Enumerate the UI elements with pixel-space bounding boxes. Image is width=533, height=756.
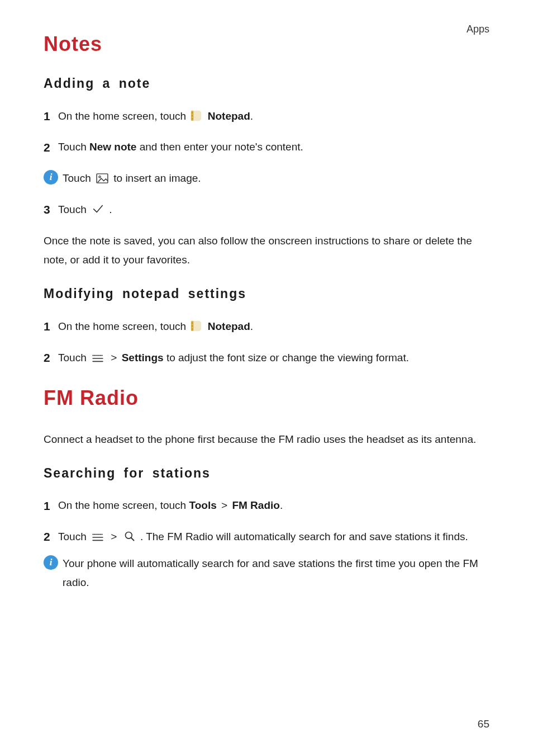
step-number: 1 <box>44 497 58 516</box>
search-icon <box>124 531 135 542</box>
step-body: Touch . <box>58 201 489 218</box>
step-body: Touch New note and then enter your note'… <box>58 139 489 155</box>
text: and then enter your note's content. <box>136 141 303 153</box>
breadcrumb-separator: > <box>111 531 117 542</box>
svg-point-6 <box>99 176 101 178</box>
paragraph: Connect a headset to the phone first bec… <box>44 430 489 449</box>
info-icon: i <box>44 555 58 570</box>
step-body: On the home screen, touch Tools > FM Rad… <box>58 497 489 514</box>
text: Touch <box>58 141 89 153</box>
svg-point-2 <box>192 112 193 112</box>
step-number: 1 <box>44 107 58 126</box>
info-body: Your phone will automatically search for… <box>63 554 489 592</box>
step-body: Touch > Settings to adjust the font size… <box>58 349 489 366</box>
text: Touch <box>63 172 94 184</box>
image-insert-icon <box>96 173 108 183</box>
step-number: 2 <box>44 348 58 367</box>
step-row: 2 Touch New note and then enter your not… <box>44 138 489 157</box>
section-title-notes: Notes <box>44 32 489 56</box>
text: On the home screen, touch <box>58 320 189 332</box>
step-row: 2 Touch > . The FM Radio will automatica… <box>44 527 489 546</box>
info-icon: i <box>44 170 58 185</box>
svg-line-19 <box>131 537 134 540</box>
svg-point-9 <box>192 323 193 323</box>
hamburger-menu-icon <box>92 354 104 363</box>
text: Touch <box>58 204 89 215</box>
text: . The FM Radio will automatically search… <box>140 531 468 542</box>
checkmark-icon <box>92 202 104 215</box>
step-number: 1 <box>44 317 58 336</box>
step-body: Touch > . The FM Radio will automaticall… <box>58 528 489 545</box>
text: . <box>280 499 283 511</box>
step-number: 2 <box>44 138 58 157</box>
info-callout: i Touch to insert an image. <box>44 169 489 188</box>
text: . <box>250 320 253 332</box>
notepad-app-icon <box>190 320 202 332</box>
svg-point-3 <box>192 115 193 116</box>
subheading-adding-note: Adding a note <box>44 76 489 91</box>
step-row: 3 Touch . <box>44 200 489 219</box>
step-body: On the home screen, touch Notepad. <box>58 318 489 335</box>
page: Apps Notes Adding a note 1 On the home s… <box>0 0 533 756</box>
text: to adjust the font size or change the vi… <box>164 352 409 363</box>
notepad-app-icon <box>190 110 202 122</box>
page-number: 65 <box>478 718 489 730</box>
info-body: Touch to insert an image. <box>63 169 489 188</box>
app-name-fm-radio: FM Radio <box>232 499 280 511</box>
step-row: 1 On the home screen, touch Tools > FM R… <box>44 497 489 516</box>
app-name-notepad: Notepad <box>208 320 250 332</box>
step-number: 2 <box>44 527 58 546</box>
running-header: Apps <box>467 23 489 35</box>
text: Touch <box>58 531 89 542</box>
text: On the home screen, touch <box>58 499 189 511</box>
text: . <box>109 204 112 215</box>
step-row: 2 Touch > Settings to adjust the font si… <box>44 348 489 367</box>
app-name-notepad: Notepad <box>208 110 250 122</box>
breadcrumb-separator: > <box>111 352 117 363</box>
button-label-new-note: New note <box>89 141 136 153</box>
svg-point-11 <box>192 329 193 329</box>
text: to insert an image. <box>113 172 201 184</box>
step-row: 1 On the home screen, touch Notepad. <box>44 317 489 336</box>
subheading-modifying-settings: Modifying notepad settings <box>44 286 489 301</box>
step-number: 3 <box>44 200 58 219</box>
info-callout: i Your phone will automatically search f… <box>44 554 489 592</box>
hamburger-menu-icon <box>92 533 104 542</box>
breadcrumb-separator: > <box>221 499 227 511</box>
step-body: On the home screen, touch Notepad. <box>58 108 489 125</box>
text: On the home screen, touch <box>58 110 189 122</box>
subheading-searching-stations: Searching for stations <box>44 466 489 481</box>
section-title-fm-radio: FM Radio <box>44 386 489 410</box>
svg-point-10 <box>192 325 193 326</box>
text: Touch <box>58 352 89 363</box>
step-row: 1 On the home screen, touch Notepad. <box>44 107 489 126</box>
app-name-tools: Tools <box>189 499 216 511</box>
svg-point-4 <box>192 118 193 119</box>
text: . <box>250 110 253 122</box>
paragraph: Once the note is saved, you can also fol… <box>44 231 489 270</box>
menu-item-settings: Settings <box>122 352 164 363</box>
